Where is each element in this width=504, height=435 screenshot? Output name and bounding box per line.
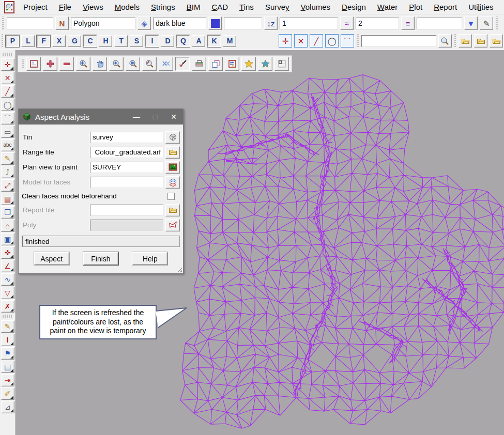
menu-survey[interactable]: Survey <box>259 1 295 13</box>
label-pencil-button[interactable]: ✐ <box>1 387 14 400</box>
menu-tins[interactable]: Tins <box>234 1 259 13</box>
cad-text-input[interactable] <box>7 18 53 29</box>
close-button[interactable]: ✕ <box>164 109 183 125</box>
fkey-button-t[interactable]: T <box>114 35 128 47</box>
menu-utilities[interactable]: Utilities <box>463 1 499 13</box>
range-file-picker-button[interactable] <box>165 146 180 159</box>
menu-volumes[interactable]: Volumes <box>295 1 337 13</box>
line-snap-button[interactable]: ╱ <box>310 34 323 48</box>
grid-window-button[interactable] <box>225 57 239 71</box>
toolbar-grip[interactable] <box>2 34 3 48</box>
zoom-in-plus-button[interactable] <box>43 57 57 71</box>
dialog-titlebar[interactable]: Aspect Analysis — □ ✕ <box>19 109 183 125</box>
paint-brush-button[interactable]: ✎ <box>1 152 14 165</box>
model-for-faces-picker-button[interactable] <box>165 176 180 189</box>
zoom-all-button[interactable] <box>126 57 140 71</box>
grid-table-button[interactable]: ▦ <box>1 193 14 205</box>
zoom-previous-button[interactable] <box>142 57 157 71</box>
model-input[interactable]: Polygon <box>71 18 135 29</box>
fkey-button-m[interactable]: M <box>223 35 236 47</box>
range-file-input[interactable]: Colour_graduated.arf <box>90 147 163 158</box>
fkey-button-l[interactable]: L <box>21 35 35 47</box>
zoom-extents-button[interactable] <box>76 57 90 71</box>
toolbar-grip[interactable] <box>3 315 13 318</box>
model-folder-button[interactable] <box>459 34 472 48</box>
aspect-button[interactable]: Aspect <box>34 252 69 265</box>
toolbar-grip[interactable] <box>496 17 498 30</box>
circle-snap-button[interactable]: ◯ <box>325 34 339 48</box>
menu-bim[interactable]: BIM <box>181 1 206 13</box>
cross-snap-button[interactable]: ✕ <box>294 34 308 48</box>
menu-plot[interactable]: Plot <box>403 1 428 13</box>
snap-cross-button[interactable]: ✕ <box>1 72 14 84</box>
dropdown-button[interactable]: ▼ <box>464 17 478 30</box>
linestyle-list-button[interactable]: ≡ <box>401 17 415 30</box>
menu-cad[interactable]: CAD <box>206 1 234 13</box>
redraw-button[interactable] <box>159 57 173 71</box>
menu-design[interactable]: Design <box>336 1 372 13</box>
toolbar-grip[interactable] <box>454 34 456 48</box>
menu-models[interactable]: Models <box>109 1 145 13</box>
measure-button[interactable]: ⤢ <box>1 179 14 192</box>
linestyle-input[interactable]: 2 <box>356 18 399 29</box>
eyedropper-button[interactable]: ✎ <box>480 17 493 30</box>
fkey-button-f[interactable]: F <box>37 35 50 47</box>
copy-view-button[interactable] <box>208 57 223 71</box>
fkey-button-q[interactable]: Q <box>176 35 190 47</box>
sketch-pencil-button[interactable]: ✎ <box>1 320 14 333</box>
zoom-plus-button[interactable] <box>109 57 124 71</box>
toolbar-grip[interactable] <box>21 59 24 69</box>
height-input[interactable] <box>224 18 262 29</box>
toolbar-grip[interactable] <box>357 34 358 48</box>
fkey-button-g[interactable]: G <box>68 35 81 47</box>
menu-water[interactable]: Water <box>372 1 403 13</box>
interval-button[interactable]: I <box>1 334 14 346</box>
app-logo-button[interactable] <box>4 1 14 13</box>
view-menu-button[interactable] <box>26 57 41 71</box>
help-button[interactable]: Help <box>132 252 167 265</box>
snapshot-star-button[interactable] <box>258 57 272 71</box>
menu-project[interactable]: Project <box>18 1 53 13</box>
toolbar-grip[interactable] <box>2 17 4 30</box>
fkey-button-p[interactable]: P <box>6 35 19 47</box>
plot-button[interactable] <box>192 57 206 71</box>
fkey-button-k[interactable]: K <box>207 35 221 47</box>
menu-file[interactable]: File <box>53 1 77 13</box>
delete-button[interactable]: ✗ <box>1 300 14 313</box>
plan-view-picker-button[interactable] <box>165 161 180 174</box>
colour-polyline-button[interactable]: ∿ <box>1 273 14 286</box>
extra-folder-button[interactable] <box>490 34 503 48</box>
new-window-button[interactable]: ❒ <box>1 206 14 219</box>
report-file-picker-button[interactable] <box>165 204 180 216</box>
tin-input[interactable]: survey <box>90 132 163 143</box>
plan-view-input[interactable]: SURVEY <box>90 162 163 173</box>
point-snap-button[interactable]: ✛ <box>279 34 292 48</box>
section-arrow-button[interactable]: ⇥ <box>1 374 14 386</box>
create-circle-button[interactable]: ◯ <box>1 99 14 111</box>
fkey-button-i[interactable]: I <box>145 35 159 47</box>
create-polygon-button[interactable]: ⌂ <box>1 220 14 232</box>
name-badge-button[interactable]: N <box>55 17 69 30</box>
favourite-star-button[interactable] <box>241 57 256 71</box>
fkey-button-d[interactable]: D <box>161 35 174 47</box>
finish-button[interactable]: Finish <box>83 252 118 265</box>
point-to-model-button[interactable]: ⤴ <box>1 166 14 178</box>
create-rectangle-button[interactable]: ▭ <box>1 126 14 138</box>
maximize-button[interactable]: □ <box>146 109 164 125</box>
report-file-input[interactable] <box>90 205 163 216</box>
slope-button[interactable]: ⊿ <box>1 401 14 413</box>
z-height-button[interactable]: ↕z <box>264 17 278 30</box>
fkey-button-h[interactable]: H <box>99 35 112 47</box>
model-layers-button[interactable]: ◈ <box>138 17 151 30</box>
survey-instrument-button[interactable]: ⚑ <box>1 347 14 360</box>
pan-button[interactable] <box>93 57 107 71</box>
macro-folder-button[interactable] <box>474 34 487 48</box>
menu-strings[interactable]: Strings <box>145 1 181 13</box>
fkey-button-s[interactable]: S <box>130 35 143 47</box>
menu-user[interactable]: User <box>499 1 504 13</box>
create-point-button[interactable]: ✛ <box>1 58 14 71</box>
fkey-button-a[interactable]: A <box>192 35 205 47</box>
menu-views[interactable]: Views <box>77 1 109 13</box>
tinable-input[interactable] <box>417 18 462 29</box>
toolbar-grip[interactable] <box>3 53 13 56</box>
